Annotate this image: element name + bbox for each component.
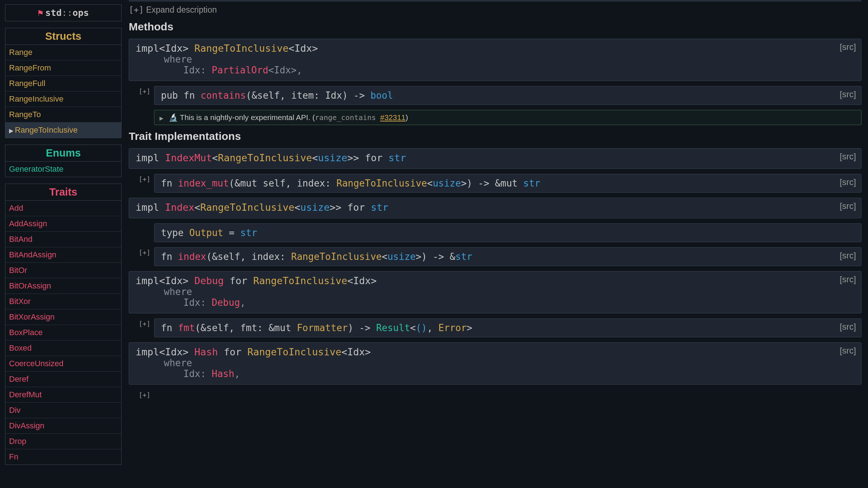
method-index: fn index(&self, index: RangeToInclusive<… [154,247,861,266]
src-link[interactable]: [src] [840,346,856,356]
sidebar-item-rangefrom[interactable]: RangeFrom [5,60,121,76]
src-link[interactable]: [src] [840,251,856,261]
sidebar-item-bitor[interactable]: BitOr [5,262,121,278]
expand-toggle[interactable]: [+] [129,390,154,399]
src-link[interactable]: [src] [840,89,856,99]
method-fmt: fn fmt(&self, fmt: &mut Formatter) -> Re… [154,318,861,337]
sidebar-item-rangetoinclusive[interactable]: ▶RangeToInclusive [5,122,121,138]
module-name: ops [73,8,89,18]
impl-debug: impl<Idx> Debug for RangeToInclusive<Idx… [129,271,861,313]
flag-icon: ⚑ [38,8,43,18]
sidebar-item-fn[interactable]: Fn [5,449,121,465]
sidebar-item-generatorstate[interactable]: GeneratorState [5,162,121,177]
methods-heading: Methods [129,21,861,33]
sidebar-item-bitandassign[interactable]: BitAndAssign [5,247,121,262]
expand-description[interactable]: [+] Expand description [129,5,861,15]
crate-name: std [45,8,61,18]
sidebar-item-bitand[interactable]: BitAnd [5,231,121,247]
expand-toggle[interactable]: [+] [129,318,154,328]
impl-index: impl Index<RangeToInclusive<usize>> for … [129,198,861,218]
src-link[interactable]: [src] [840,322,856,332]
sidebar-item-boxplace[interactable]: BoxPlace [5,325,121,340]
tracking-issue-link[interactable]: #32311 [380,113,405,121]
assoc-type-output: type Output = str [154,223,861,242]
traits-list: AddAddAssignBitAndBitAndAssignBitOrBitOr… [5,201,122,465]
expand-toggle[interactable]: [+] [129,174,154,183]
src-link[interactable]: [src] [840,201,856,211]
sidebar: ⚑std::ops Structs RangeRangeFromRangeFul… [0,0,127,488]
sidebar-item-bitxor[interactable]: BitXor [5,294,121,309]
enums-header: Enums [5,145,122,162]
src-link[interactable]: [src] [840,151,856,162]
sidebar-item-derefmut[interactable]: DerefMut [5,387,121,402]
sidebar-item-divassign[interactable]: DivAssign [5,418,121,433]
expand-toggle[interactable]: [+] [129,86,154,95]
sidebar-item-rangeto[interactable]: RangeTo [5,107,121,122]
main-content: [+] Expand description Methods impl<Idx>… [127,0,868,488]
top-rule [129,0,861,1]
enums-list: GeneratorState [5,162,122,177]
sidebar-item-rangefull[interactable]: RangeFull [5,76,121,91]
sidebar-item-boxed[interactable]: Boxed [5,340,121,356]
sidebar-item-bitorassign[interactable]: BitOrAssign [5,278,121,294]
expand-toggle[interactable]: [+] [129,247,154,256]
sidebar-item-rangeinclusive[interactable]: RangeInclusive [5,91,121,107]
sidebar-item-coerceunsized[interactable]: CoerceUnsized [5,356,121,371]
sidebar-item-div[interactable]: Div [5,402,121,418]
lab-icon: 🔬 [169,113,178,121]
structs-list: RangeRangeFromRangeFullRangeInclusiveRan… [5,45,122,138]
impl-block-range-to-inclusive: impl<Idx> RangeToInclusive<Idx> where Id… [129,39,861,81]
disclosure-icon[interactable]: ▶ [159,115,163,121]
trait-impls-heading: Trait Implementations [129,130,861,142]
sidebar-item-bitxorassign[interactable]: BitXorAssign [5,309,121,325]
sidebar-item-deref[interactable]: Deref [5,371,121,387]
structs-header: Structs [5,28,122,45]
sidebar-item-drop[interactable]: Drop [5,433,121,449]
src-link[interactable]: [src] [840,177,856,187]
traits-header: Traits [5,184,122,201]
crate-path[interactable]: ⚑std::ops [5,4,122,21]
expand-toggle-icon[interactable]: [+] [129,5,144,14]
src-link[interactable]: [src] [840,42,856,52]
impl-indexmut: impl IndexMut<RangeToInclusive<usize>> f… [129,148,861,169]
stability-notice: ▶ 🔬 This is a nightly-only experimental … [154,110,861,125]
sidebar-item-range[interactable]: Range [5,45,121,60]
sidebar-item-addassign[interactable]: AddAssign [5,216,121,231]
sidebar-item-add[interactable]: Add [5,201,121,216]
method-contains: pub fn contains(&self, item: Idx) -> boo… [154,86,861,105]
impl-hash: impl<Idx> Hash for RangeToInclusive<Idx>… [129,342,861,385]
src-link[interactable]: [src] [840,274,856,284]
method-index-mut: fn index_mut(&mut self, index: RangeToIn… [154,174,861,193]
